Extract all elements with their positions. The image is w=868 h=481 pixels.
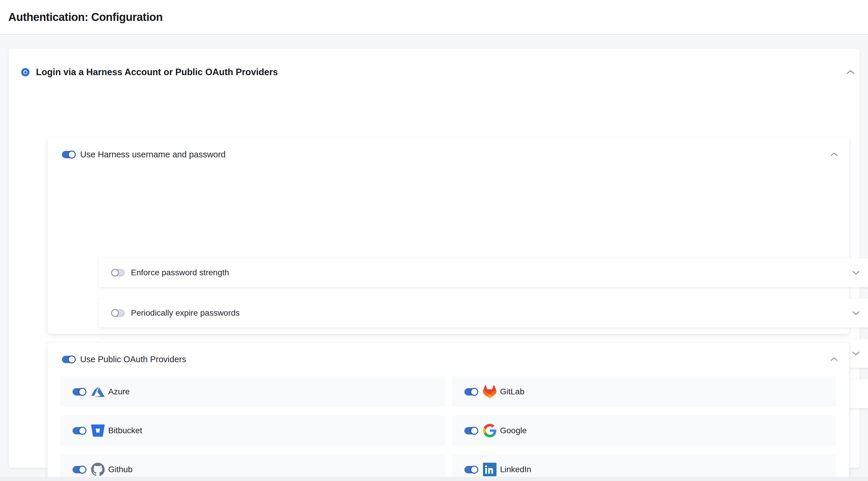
login-methods-card: Login via a Harness Account or Public OA… — [9, 49, 860, 468]
azure-toggle[interactable] — [72, 388, 86, 395]
oauth-providers-label: Use Public OAuth Providers — [80, 355, 186, 364]
google-icon — [483, 424, 497, 437]
azure-icon — [91, 385, 105, 398]
authentication-configuration-page: Authentication: Configuration Login via … — [0, 0, 868, 481]
github-icon — [91, 463, 105, 476]
provider-label: Bitbucket — [108, 426, 142, 435]
github-toggle[interactable] — [72, 466, 86, 473]
linkedin-icon — [483, 463, 497, 476]
expire-passwords-toggle[interactable] — [111, 310, 124, 317]
expire-passwords-row[interactable]: Periodically expire passwords — [98, 298, 868, 327]
provider-row-gitlab: GitLab — [452, 376, 836, 407]
chevron-up-icon[interactable] — [846, 69, 855, 75]
page-title: Authentication: Configuration — [8, 11, 163, 24]
chevron-down-icon[interactable] — [852, 351, 860, 356]
oauth-providers-card: Use Public OAuth Providers Azure — [48, 343, 849, 481]
username-password-toggle[interactable] — [62, 151, 75, 158]
chevron-down-icon[interactable] — [852, 310, 860, 316]
login-method-label: Login via a Harness Account or Public OA… — [36, 67, 278, 77]
provider-label: Google — [500, 426, 527, 435]
google-toggle[interactable] — [464, 427, 478, 435]
password-strength-row[interactable]: Enforce password strength — [98, 258, 868, 287]
expire-passwords-label: Periodically expire passwords — [131, 308, 240, 318]
gitlab-toggle[interactable] — [464, 388, 478, 395]
bitbucket-toggle[interactable] — [72, 427, 86, 435]
page-header: Authentication: Configuration — [0, 0, 868, 35]
provider-row-bitbucket: Bitbucket — [60, 415, 445, 446]
login-method-accordion-header[interactable]: Login via a Harness Account or Public OA… — [21, 64, 857, 81]
chevron-up-icon[interactable] — [830, 152, 838, 157]
provider-row-google: Google — [452, 415, 836, 446]
gitlab-icon — [483, 385, 497, 398]
bitbucket-icon — [91, 424, 105, 437]
chevron-up-icon[interactable] — [830, 357, 838, 362]
password-strength-label: Enforce password strength — [131, 268, 229, 277]
provider-column-left: Azure Bitbucket Github — [60, 376, 445, 481]
oauth-providers-header: Use Public OAuth Providers — [62, 351, 838, 367]
provider-label: Github — [108, 465, 133, 474]
oauth-providers-toggle[interactable] — [62, 356, 75, 363]
username-password-header: Use Harness username and password — [62, 147, 838, 162]
username-password-card: Use Harness username and password Enforc… — [48, 138, 849, 334]
provider-label: LinkedIn — [500, 465, 531, 474]
provider-row-azure: Azure — [60, 376, 445, 407]
chevron-down-icon[interactable] — [852, 270, 860, 275]
page-bottom-edge — [0, 477, 868, 481]
username-password-label: Use Harness username and password — [80, 150, 225, 159]
provider-label: Azure — [108, 387, 130, 396]
password-strength-toggle[interactable] — [111, 269, 124, 277]
login-method-radio[interactable] — [21, 68, 30, 76]
provider-column-right: GitLab Google — [452, 376, 836, 481]
provider-label: GitLab — [500, 387, 525, 396]
linkedin-toggle[interactable] — [464, 466, 478, 473]
